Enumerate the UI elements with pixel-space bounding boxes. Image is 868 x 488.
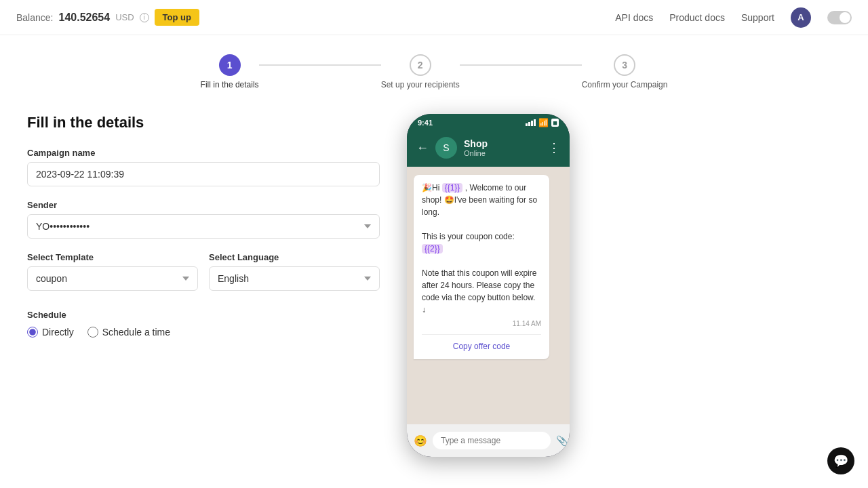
schedule-time-radio[interactable]: [87, 327, 98, 338]
back-arrow-icon[interactable]: ←: [416, 141, 429, 155]
phone-preview-section: 9:41 📶 ■ ← S S: [407, 114, 570, 485]
phone-input-bar: 😊 📎 📷 🎤: [407, 424, 570, 457]
chat-widget-icon: 💬: [833, 453, 848, 468]
attachment-icon[interactable]: 📎: [556, 435, 568, 446]
header-right: API docs Product docs Support A: [615, 7, 852, 28]
info-icon[interactable]: i: [140, 13, 149, 22]
schedule-time-option[interactable]: Schedule a time: [87, 327, 170, 338]
step-1: 1 Fill in the details: [201, 54, 259, 89]
param1-highlight: {{1}}: [442, 183, 463, 192]
message-text: 🎉Hi {{1}} , Welcome to our shop! 🤩I've b…: [422, 183, 537, 217]
contact-name: Shop: [464, 138, 488, 149]
avatar: A: [791, 7, 811, 28]
step-2-circle: 2: [410, 54, 431, 76]
step-2-label: Set up your recipients: [381, 80, 460, 89]
step-3: 3 Confirm your Campaign: [582, 54, 668, 89]
theme-toggle[interactable]: [827, 11, 852, 24]
contact-info: Shop Online: [464, 138, 488, 157]
coupon-intro: This is your coupon code:: [422, 232, 515, 241]
main-content: Fill in the details Campaign name Sender…: [0, 100, 868, 488]
step-line-2: [460, 64, 582, 66]
sender-group: Sender YO••••••••••••: [27, 200, 380, 239]
step-3-label: Confirm your Campaign: [582, 80, 668, 89]
template-language-row: Select Template coupon Select Language E…: [27, 252, 380, 304]
api-docs-link[interactable]: API docs: [615, 12, 653, 23]
sender-label: Sender: [27, 200, 380, 210]
step-2: 2 Set up your recipients: [381, 54, 460, 89]
emoji-icon: 😊: [414, 434, 427, 447]
support-link[interactable]: Support: [741, 12, 774, 23]
phone-mockup: 9:41 📶 ■ ← S S: [407, 114, 570, 457]
phone-attachment-icons: 📎 📷: [556, 435, 570, 446]
language-group: Select Language English: [209, 252, 380, 291]
directly-option[interactable]: Directly: [27, 327, 74, 338]
signal-bars: [526, 119, 536, 126]
phone-message-input[interactable]: [433, 432, 551, 449]
language-select[interactable]: English: [209, 266, 380, 291]
campaign-name-label: Campaign name: [27, 148, 380, 158]
phone-header-left: ← S Shop Online: [416, 137, 488, 159]
schedule-radio-group: Directly Schedule a time: [27, 327, 380, 338]
balance-currency: USD: [115, 12, 134, 22]
schedule-time-label: Schedule a time: [102, 327, 170, 338]
phone-status-bar: 9:41 📶 ■: [407, 114, 570, 131]
language-label: Select Language: [209, 252, 380, 262]
step-line-1: [259, 64, 381, 66]
topup-button[interactable]: Top up: [155, 9, 199, 26]
template-select[interactable]: coupon: [27, 266, 198, 291]
page-title: Fill in the details: [27, 114, 380, 131]
step-3-circle: 3: [614, 54, 635, 76]
directly-label: Directly: [42, 327, 74, 338]
phone-chat-header: ← S Shop Online ⋮: [407, 131, 570, 167]
coupon-note: Note that this coupon will expire after …: [422, 268, 536, 314]
phone-time: 9:41: [418, 119, 433, 127]
directly-radio[interactable]: [27, 327, 38, 338]
template-label: Select Template: [27, 252, 198, 262]
chat-support-widget[interactable]: 💬: [827, 447, 854, 474]
campaign-name-input[interactable]: [27, 162, 380, 186]
product-docs-link[interactable]: Product docs: [669, 12, 725, 23]
step-1-circle: 1: [219, 54, 241, 76]
stepper-inner: 1 Fill in the details 2 Set up your reci…: [201, 54, 668, 89]
step-1-label: Fill in the details: [201, 80, 259, 89]
contact-status: Online: [464, 149, 488, 157]
message-time: 11.14 AM: [422, 319, 541, 329]
status-icons: 📶 ■: [526, 118, 559, 127]
sender-select[interactable]: YO••••••••••••: [27, 214, 380, 239]
param2-highlight: {{2}}: [422, 244, 443, 253]
contact-avatar: S: [435, 137, 457, 159]
schedule-section: Schedule Directly Schedule a time: [27, 310, 380, 338]
copy-offer-link[interactable]: Copy offer code: [422, 334, 541, 352]
phone-chat-body: 🎉Hi {{1}} , Welcome to our shop! 🤩I've b…: [407, 167, 570, 424]
balance-label: Balance:: [16, 12, 53, 23]
battery-icon: ■: [551, 119, 559, 127]
template-group: Select Template coupon: [27, 252, 198, 291]
message-bubble: 🎉Hi {{1}} , Welcome to our shop! 🤩I've b…: [414, 175, 549, 359]
stepper: 1 Fill in the details 2 Set up your reci…: [0, 35, 868, 100]
schedule-label: Schedule: [27, 310, 380, 320]
balance-amount: 140.52654: [58, 12, 110, 24]
campaign-name-group: Campaign name: [27, 148, 380, 186]
header: Balance: 140.52654 USD i Top up API docs…: [0, 0, 868, 35]
phone-menu-icon[interactable]: ⋮: [548, 140, 560, 155]
form-section: Fill in the details Campaign name Sender…: [27, 114, 380, 485]
wifi-icon: 📶: [538, 118, 549, 127]
header-left: Balance: 140.52654 USD i Top up: [16, 9, 199, 26]
